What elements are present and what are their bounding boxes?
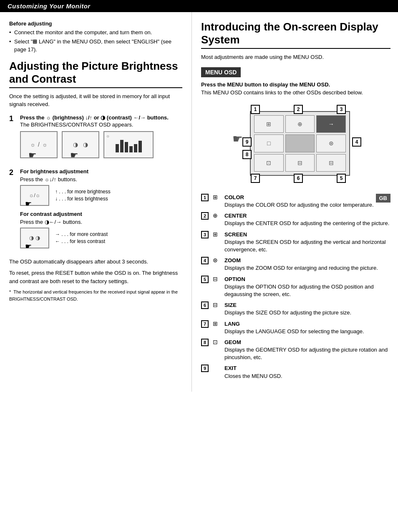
osd-diagram: ☛ ⊞ ⊕ → □ ⊛ ⊡ ⊟ ⊟ xyxy=(225,103,367,186)
contrast-icon-2: ◑ xyxy=(83,141,88,148)
intro-title: Introducing the On-screen Display System xyxy=(201,20,390,49)
feature-text-3: SCREEN Displays the SCREEN OSD for adjus… xyxy=(224,231,390,254)
before-adjusting-heading: Before adjusting xyxy=(9,20,182,27)
header-title: Customizing Your Monitor xyxy=(8,3,91,10)
left-column: Before adjusting Connect the monitor and… xyxy=(0,12,192,392)
contrast-desc: Press the ◑←/→ buttons. xyxy=(20,219,182,225)
menu-osd-badge: MENU OSD xyxy=(201,67,241,77)
feature-item-8: 8 ⊡ GEOM Displays the GEOMETRY OSD for a… xyxy=(201,339,390,362)
badge-3: 3 xyxy=(337,105,346,114)
step-1: 1 Press the ☼ (brightness) ↓/↑ or ◑ (con… xyxy=(9,114,182,164)
grid-cell-2-3: ⊛ xyxy=(316,134,346,152)
step-2-number: 2 xyxy=(9,168,17,253)
bullet-item-2: Select "⊞ LANG" in the MENU OSD, then se… xyxy=(9,38,182,54)
feature-item-2: 2 ⊕ CENTER Displays the CENTER OSD for a… xyxy=(201,212,390,227)
feature-icon-2: ⊕ xyxy=(213,212,223,219)
brightness-illus: ☼/☼ ☛ ↑ . . . for more brightness ↓ . . … xyxy=(20,185,182,206)
feature-text-7: LANG Displays the LANGUAGE OSD for selec… xyxy=(224,320,390,335)
contrast-osd-icon: ◑ ◑ xyxy=(29,235,40,241)
intro-para: Most adjustments are made using the MENU… xyxy=(201,53,390,61)
osd-box-bars: ☼ xyxy=(103,131,154,158)
step-2-content: For brightness adjustment Press the ☼↓/↑… xyxy=(20,168,182,253)
osd-icons-contrast: ◑ ◑ xyxy=(73,141,88,148)
contrast-osd-box: ◑ ◑ ☛ xyxy=(20,228,49,248)
contrast-substep: For contrast adjustment Press the ◑←/→ b… xyxy=(20,211,182,248)
feature-text-6: SIZE Displays the SIZE OSD for adjusting… xyxy=(224,301,390,317)
feature-item-7: 7 ⊞ LANG Displays the LANGUAGE OSD for s… xyxy=(201,320,390,335)
step-1-illustration: ☼ / ☼ ☛ ◑ ◑ ☛ xyxy=(20,131,182,158)
bullet-item-1: Connect the monitor and the computer, an… xyxy=(9,28,182,37)
osd-bars xyxy=(116,140,142,152)
hand-cursor-icon: ☛ xyxy=(232,132,243,146)
less-contrast: ← . . . for less contrast xyxy=(55,238,108,244)
feature-num-5: 5 xyxy=(201,276,213,283)
grid-cell-1-3: → xyxy=(316,115,346,133)
page-header: Customizing Your Monitor xyxy=(0,0,398,12)
feature-item-1: 1 ⊞ COLOR Displays the COLOR OSD for adj… xyxy=(201,194,390,209)
feature-text-4: ZOOM Displays the ZOOM OSD for enlarging… xyxy=(224,257,390,272)
hand-icon-2: ☛ xyxy=(70,150,78,161)
bar-5 xyxy=(134,144,137,152)
slash: / xyxy=(38,141,40,148)
feature-icon-3: ⊞ xyxy=(213,231,223,238)
footnote-star: * xyxy=(9,289,11,294)
hand-icon-4: ☛ xyxy=(25,242,32,251)
grid-cell-3-2: ⊟ xyxy=(285,154,315,172)
badge-9: 9 xyxy=(242,137,252,147)
adjusting-title: Adjusting the Picture Brightness and Con… xyxy=(9,60,182,88)
feature-list: 1 ⊞ COLOR Displays the COLOR OSD for adj… xyxy=(201,194,390,380)
adjusting-intro: Once the setting is adjusted, it will be… xyxy=(9,92,182,109)
more-brightness: ↑ . . . for more brightness xyxy=(55,189,111,195)
hand-icon-1: ☛ xyxy=(28,150,37,161)
menu-osd-press: Press the MENU button to display the MEN… xyxy=(201,81,390,97)
feature-icon-1: ⊞ xyxy=(213,194,223,200)
feature-num-4: 4 xyxy=(201,257,213,264)
feature-text-9: EXIT Closes the MENU OSD. xyxy=(224,365,390,380)
bar-2 xyxy=(120,140,123,152)
osd-box-1: ☼ / ☼ ☛ xyxy=(20,131,58,158)
footnote: * The horizontal and vertical frequencie… xyxy=(9,289,182,302)
feature-icon-5: ⊟ xyxy=(213,276,223,282)
contrast-icon: ◑ xyxy=(73,141,78,148)
osd-label: ☼ xyxy=(106,134,110,138)
feature-item-6: 6 ⊟ SIZE Displays the SIZE OSD for adjus… xyxy=(201,301,390,317)
brightness-label: For brightness adjustment xyxy=(20,168,182,175)
contrast-arrows: → . . . for more contrast ← . . . for le… xyxy=(55,231,108,244)
feature-num-3: 3 xyxy=(201,231,213,238)
badge-8: 8 xyxy=(242,150,252,159)
bar-6 xyxy=(139,141,142,152)
feature-num-2: 2 xyxy=(201,212,213,220)
feature-num-9: 9 xyxy=(201,365,213,372)
before-adjusting-list: Connect the monitor and the computer, an… xyxy=(9,28,182,54)
feature-text-2: CENTER Displays the CENTER OSD for adjus… xyxy=(224,212,390,227)
badge-5: 5 xyxy=(337,174,346,183)
grid-cell-2-1: □ xyxy=(254,134,284,152)
right-column: Introducing the On-screen Display System… xyxy=(192,12,398,392)
hand-icon-3: ☛ xyxy=(25,199,32,208)
feature-num-8: 8 xyxy=(201,339,213,346)
grid-cell-1-1: ⊞ xyxy=(254,115,284,133)
brightness-osd-box: ☼/☼ ☛ xyxy=(20,185,49,206)
grid-cell-2-2 xyxy=(285,134,315,152)
badge-2: 2 xyxy=(294,105,303,114)
feature-item-4: 4 ⊛ ZOOM Displays the ZOOM OSD for enlar… xyxy=(201,257,390,272)
step-1-number: 1 xyxy=(9,114,17,164)
brightness-desc: Press the ☼↓/↑ buttons. xyxy=(20,176,182,182)
badge-7: 7 xyxy=(251,174,260,183)
grid-cell-3-3: ⊟ xyxy=(316,154,346,172)
osd-box-2: ◑ ◑ ☛ xyxy=(62,131,99,158)
gb-badge: GB xyxy=(376,194,391,203)
grid-cell-3-1: ⊡ xyxy=(254,154,284,172)
reset-text: To reset, press the RESET button while t… xyxy=(9,269,182,285)
menu-osd-sub: This MENU OSD contains links to the othe… xyxy=(201,89,363,96)
feature-num-1: 1 xyxy=(201,194,213,201)
step-1-content: Press the ☼ (brightness) ↓/↑ or ◑ (contr… xyxy=(20,114,182,164)
feature-item-9: 9 EXIT Closes the MENU OSD. xyxy=(201,365,390,380)
menu-osd-bold: Press the MENU button to display the MEN… xyxy=(201,81,330,88)
sun-icon: ☼ xyxy=(30,141,35,148)
osd-screen: ⊞ ⊕ → □ ⊛ ⊡ ⊟ ⊟ xyxy=(250,111,350,176)
feature-text-5: OPTION Displays the OPTION OSD for adjus… xyxy=(224,276,390,299)
step-1-desc: The BRIGHTNESS/CONTRAST OSD appears. xyxy=(20,122,182,128)
feature-item-5: 5 ⊟ OPTION Displays the OPTION OSD for a… xyxy=(201,276,390,299)
osd-grid: ⊞ ⊕ → □ ⊛ ⊡ ⊟ ⊟ xyxy=(254,115,346,172)
